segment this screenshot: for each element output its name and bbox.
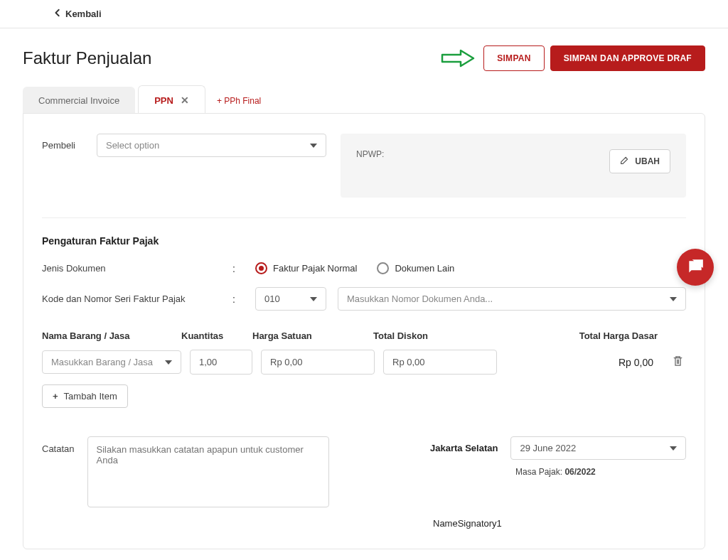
tab-ppn[interactable]: PPN ✕ (138, 85, 205, 113)
col-header-diskon: Total Diskon (373, 330, 494, 341)
serial-number-select[interactable]: Masukkan Nomor Dokumen Anda... (338, 287, 686, 311)
save-button[interactable]: SIMPAN (483, 45, 545, 71)
radio-faktur-pajak-normal[interactable]: Faktur Pajak Normal (255, 262, 357, 274)
page-title: Faktur Penjualan (23, 48, 151, 68)
divider (42, 217, 686, 218)
item-total: Rp 0,00 (505, 357, 660, 368)
back-link[interactable]: Kembali (54, 9, 728, 19)
item-name-select[interactable]: Masukkan Barang / Jasa (42, 350, 181, 374)
npwp-label: NPWP: (356, 149, 384, 159)
tax-settings-title: Pengaturan Faktur Pajak (42, 235, 686, 247)
note-label: Catatan (42, 436, 75, 529)
chat-icon (686, 258, 705, 276)
col-header-harga: Harga Satuan (252, 330, 373, 341)
buyer-label: Pembeli (42, 140, 75, 151)
chevron-down-icon (670, 297, 677, 301)
add-item-button[interactable]: + Tambah Item (42, 384, 128, 408)
note-textarea[interactable] (87, 436, 329, 507)
edit-npwp-button[interactable]: UBAH (609, 149, 670, 173)
trash-icon (673, 355, 683, 367)
col-header-total: Total Harga Dasar (494, 330, 686, 341)
buyer-select[interactable]: Select option (97, 134, 326, 157)
serial-code-select[interactable]: 010 (255, 287, 326, 311)
delete-item-button[interactable] (669, 355, 686, 369)
save-approve-button[interactable]: SIMPAN DAN APPROVE DRAF (550, 45, 705, 71)
chevron-down-icon (310, 297, 317, 301)
item-qty-input[interactable] (190, 350, 252, 375)
doc-type-label: Jenis Dokumen (42, 263, 227, 274)
back-label: Kembali (65, 9, 102, 19)
tab-commercial-invoice[interactable]: Commercial Invoice (23, 87, 135, 113)
item-row: Masukkan Barang / Jasa Rp 0,00 (42, 350, 686, 375)
tab-add-pph[interactable]: + PPh Final (205, 87, 272, 113)
signatory-name: NameSignatory1 (433, 518, 686, 529)
serial-label: Kode dan Nomor Seri Faktur Pajak (42, 294, 227, 304)
chevron-down-icon (670, 446, 677, 451)
radio-dot-icon (255, 262, 267, 274)
green-arrow-icon (441, 48, 475, 68)
edit-icon (620, 156, 629, 167)
radio-dokumen-lain[interactable]: Dokumen Lain (377, 262, 454, 274)
date-select[interactable]: 29 June 2022 (510, 436, 686, 460)
chevron-down-icon (310, 144, 317, 148)
col-header-nama: Nama Barang / Jasa (42, 330, 181, 341)
item-discount-input[interactable] (383, 350, 497, 375)
chat-fab[interactable] (677, 249, 714, 286)
plus-icon: + (53, 391, 58, 402)
chevron-down-icon (165, 360, 172, 365)
item-price-input[interactable] (261, 350, 375, 375)
chevron-left-icon (54, 9, 61, 19)
close-tab-icon[interactable]: ✕ (181, 95, 189, 106)
tax-period: Masa Pajak: 06/2022 (515, 467, 686, 477)
col-header-kuantitas: Kuantitas (181, 330, 252, 341)
city-label: Jakarta Selatan (430, 443, 498, 453)
radio-dot-icon (377, 262, 389, 274)
